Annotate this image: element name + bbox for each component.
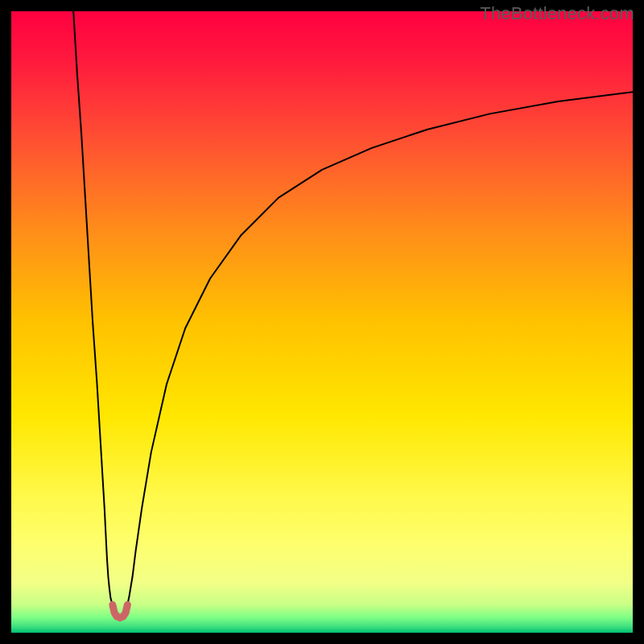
chart-outer-frame: TheBottleneck.com <box>0 0 644 644</box>
bottleneck-chart <box>11 11 633 633</box>
watermark-text: TheBottleneck.com <box>480 3 634 24</box>
